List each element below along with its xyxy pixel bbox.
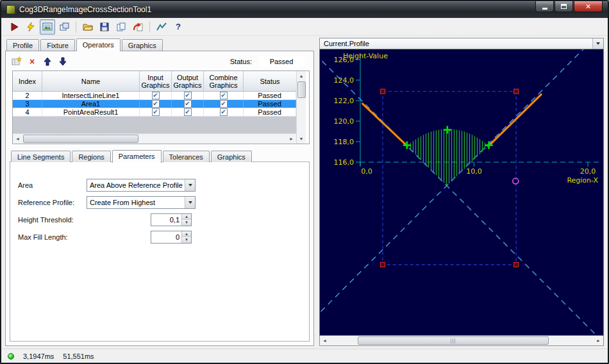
svg-text:Height-Value: Height-Value	[343, 52, 388, 60]
max-fill-length-value[interactable]: 0	[151, 231, 181, 243]
chevron-down-icon[interactable]	[185, 179, 195, 191]
column-header[interactable]: Status	[244, 71, 296, 91]
open-folder-icon	[83, 22, 93, 32]
table-row[interactable]: 3Area1✔✔✔Passed	[13, 100, 296, 108]
measure-profile-button[interactable]	[154, 19, 169, 35]
column-header[interactable]: Combine Graphics	[204, 71, 244, 91]
reset-button[interactable]	[130, 19, 146, 35]
profile-hscroll-thumb[interactable]	[358, 336, 549, 345]
profile-selector-value: Current.Profile	[324, 40, 592, 47]
cell-index: 4	[13, 108, 42, 116]
run-continuous-button[interactable]	[23, 19, 38, 35]
lightning-icon	[26, 22, 36, 32]
spin-up-icon[interactable]: ▲	[182, 214, 191, 220]
area-select-value: Area Above Reference Profile	[87, 181, 185, 189]
tab-operators[interactable]: Operators	[76, 38, 121, 51]
spin-up-icon[interactable]: ▲	[182, 231, 191, 237]
copy-results-button[interactable]	[113, 19, 129, 35]
subtab-line-segments[interactable]: Line Segments	[11, 151, 71, 162]
delete-icon: ×	[29, 57, 35, 66]
output-graphics-checkbox[interactable]: ✔	[184, 108, 192, 116]
scroll-up-icon[interactable]: ▲	[297, 71, 306, 81]
profile-selector[interactable]: Current.Profile	[319, 38, 604, 49]
combine-graphics-checkbox[interactable]: ✔	[220, 100, 228, 108]
open-file-button[interactable]	[80, 19, 96, 35]
table-empty-area	[13, 117, 296, 133]
svg-text:124,0: 124,0	[334, 76, 355, 85]
column-header[interactable]: Output Graphics	[172, 71, 204, 91]
profile-hscrollbar[interactable]: ◄ ►	[319, 336, 604, 346]
cell-name: Area1	[42, 100, 140, 108]
table-hscrollbar[interactable]: ◄ ►	[13, 133, 296, 144]
main-tabstrip: ProfileFixtureOperatorsGraphics	[5, 38, 314, 51]
close-button[interactable]: ×	[574, 1, 603, 12]
help-button[interactable]: ?	[171, 19, 186, 35]
profile-panel: Current.Profile 126,0124,0122,0120,0118,…	[319, 38, 604, 346]
scroll-down-icon[interactable]: ▼	[297, 134, 306, 144]
tab-graphics[interactable]: Graphics	[122, 39, 163, 51]
hscroll-thumb[interactable]	[23, 135, 138, 143]
add-operator-icon	[12, 56, 22, 67]
scroll-left-icon[interactable]: ◄	[13, 134, 22, 144]
chevron-down-icon[interactable]	[185, 197, 195, 208]
tab-profile[interactable]: Profile	[6, 39, 39, 51]
svg-text:20,0: 20,0	[580, 167, 596, 176]
chevron-down-icon[interactable]	[592, 38, 603, 49]
toolbar-separator	[149, 21, 150, 33]
subtab-graphics[interactable]: Graphics	[211, 151, 252, 162]
total-time: 51,551ms	[63, 352, 94, 360]
table-row[interactable]: 4PointAreaResult1✔✔✔Passed	[13, 108, 296, 117]
input-graphics-checkbox[interactable]: ✔	[152, 92, 160, 99]
column-header[interactable]: Index	[13, 71, 42, 91]
tab-fixture[interactable]: Fixture	[40, 39, 75, 51]
output-graphics-checkbox[interactable]: ✔	[184, 100, 192, 108]
area-select[interactable]: Area Above Reference Profile	[87, 179, 196, 192]
vscroll-thumb[interactable]	[297, 81, 306, 98]
table-row[interactable]: 2IntersectLineLine1✔✔✔Passed	[13, 92, 296, 100]
svg-text:10,0: 10,0	[466, 167, 482, 176]
measure-icon	[156, 22, 167, 32]
combine-graphics-checkbox[interactable]: ✔	[220, 108, 228, 116]
reference-profile-label: Reference Profile:	[18, 199, 87, 206]
minimize-button[interactable]	[535, 1, 554, 12]
profile-display[interactable]: 126,0124,0122,0120,0118,0116,00,010,020,…	[319, 49, 604, 336]
scroll-right-icon[interactable]: ►	[594, 336, 603, 345]
titlebar[interactable]: Cog3DRangeImageCrossSectionTool1 ×	[1, 1, 608, 18]
show-image-display-button[interactable]	[40, 19, 55, 35]
cell-combine-graphics: ✔	[204, 108, 244, 116]
reference-profile-select[interactable]: Create From Highest	[87, 196, 196, 209]
column-header[interactable]: Input Graphics	[140, 71, 172, 91]
max-fill-length-label: Max Fill Length:	[18, 233, 87, 241]
main-toolbar: ?	[1, 18, 608, 36]
table-vscrollbar[interactable]: ▲ ▼	[296, 71, 306, 144]
height-threshold-stepper[interactable]: 0,1 ▲ ▼	[151, 213, 192, 226]
subtab-tolerances[interactable]: Tolerances	[163, 151, 210, 162]
spin-down-icon[interactable]: ▼	[182, 236, 191, 243]
spin-down-icon[interactable]: ▼	[182, 219, 191, 226]
output-graphics-checkbox[interactable]: ✔	[184, 92, 192, 99]
move-down-button[interactable]	[57, 56, 69, 67]
maximize-button[interactable]	[555, 1, 573, 12]
input-graphics-checkbox[interactable]: ✔	[152, 100, 160, 108]
column-header[interactable]: Name	[42, 71, 140, 91]
subtab-parameters[interactable]: Parameters	[112, 150, 162, 163]
image-display-icon	[42, 22, 53, 32]
cell-combine-graphics: ✔	[204, 92, 244, 99]
area-label: Area	[18, 181, 87, 189]
scroll-left-icon[interactable]: ◄	[320, 336, 330, 345]
add-operator-button[interactable]	[11, 56, 22, 67]
scroll-right-icon[interactable]: ►	[287, 134, 296, 144]
subtab-regions[interactable]: Regions	[72, 151, 110, 162]
run-button[interactable]	[6, 19, 22, 35]
operator-table-header: IndexNameInput GraphicsOutput GraphicsCo…	[13, 71, 296, 92]
input-graphics-checkbox[interactable]: ✔	[152, 108, 160, 116]
move-up-button[interactable]	[42, 56, 53, 67]
reference-profile-value: Create From Highest	[87, 199, 185, 206]
max-fill-length-stepper[interactable]: 0 ▲ ▼	[151, 231, 192, 244]
delete-operator-button[interactable]: ×	[26, 56, 38, 67]
height-threshold-value[interactable]: 0,1	[151, 214, 181, 226]
float-window-button[interactable]	[56, 19, 72, 35]
process-time: 3,1947ms	[23, 352, 54, 360]
combine-graphics-checkbox[interactable]: ✔	[220, 92, 228, 99]
save-file-button[interactable]	[97, 19, 112, 35]
